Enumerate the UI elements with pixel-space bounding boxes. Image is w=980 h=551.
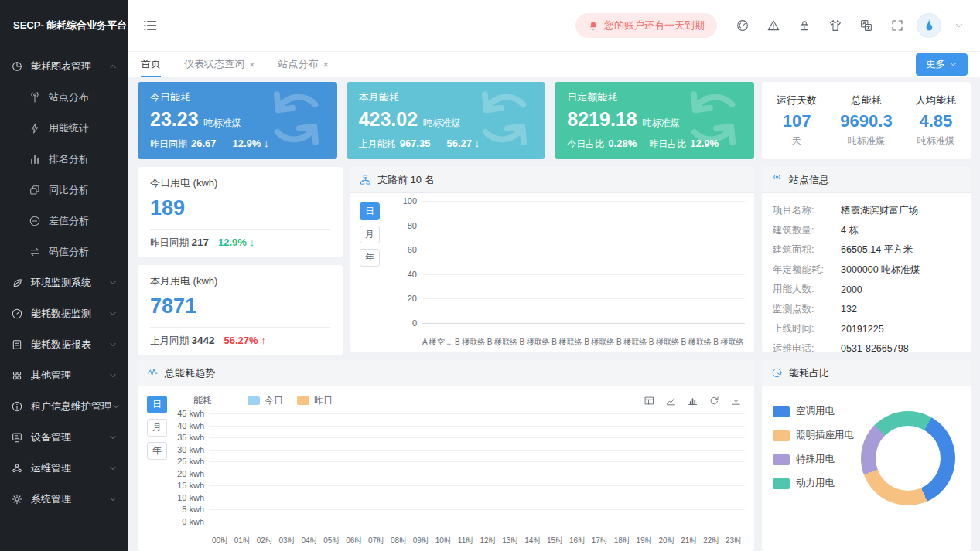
chevron-down-icon	[108, 309, 118, 318]
site-info-value: 132	[841, 304, 857, 315]
tab-label: 站点分布	[278, 57, 319, 71]
stat-foot-item: 昨日同期26.67	[150, 138, 217, 151]
trend-x-label: 11时	[455, 536, 477, 546]
chevron-up-icon	[108, 62, 118, 71]
usage-compare-label: 上月同期 3442	[150, 335, 215, 348]
sidebar-item[interactable]: 运维管理	[0, 453, 128, 484]
tab-仪表状态查询[interactable]: 仪表状态查询×	[184, 52, 255, 77]
sidebar-item[interactable]: 系统管理	[0, 484, 128, 515]
tab-首页[interactable]: 首页	[141, 52, 161, 77]
summary-label: 运行天数	[777, 94, 817, 107]
legend-label: 今日	[265, 394, 283, 407]
usage-panels: 今日用电 (kwh)189昨日同期 21712.9% ↓本月用电 (kwh)78…	[138, 167, 343, 352]
trend-panel-body: 日月年 能耗 今日昨日 45 kwh40 kwh35 kwh30 kwh25 k…	[138, 386, 754, 551]
header-icons	[736, 19, 904, 32]
tab-close-icon[interactable]: ×	[323, 59, 330, 70]
branch-range-button-年[interactable]: 年	[360, 249, 380, 267]
pie-legend-item-照明插座用电[interactable]: 照明插座用电	[773, 429, 854, 442]
sidebar-subitem[interactable]: 用能统计	[0, 113, 128, 144]
sidebar-subitem[interactable]: 差值分析	[0, 206, 128, 236]
legend-label: 昨日	[314, 394, 333, 407]
pie-legend-swatch	[773, 454, 790, 465]
sidebar-item[interactable]: 设备管理	[0, 422, 128, 453]
avatar[interactable]	[917, 13, 941, 38]
download-icon[interactable]	[730, 395, 742, 406]
warning-icon[interactable]	[767, 19, 780, 32]
tab-站点分布[interactable]: 站点分布×	[278, 52, 330, 77]
branch-range-button-月[interactable]: 月	[360, 226, 380, 243]
stat-card-unit: 吨标准煤	[204, 117, 241, 130]
sidebar-item-label: 系统管理	[31, 492, 71, 506]
tab-close-icon[interactable]: ×	[249, 59, 255, 70]
pie-legend-item-空调用电[interactable]: 空调用电	[773, 405, 854, 418]
legend-item-昨日[interactable]: 昨日	[297, 394, 333, 407]
stat-card: 今日能耗23.23吨标准煤昨日同期26.6712.9% ↓	[138, 82, 337, 159]
branch-range-button-日[interactable]: 日	[360, 202, 380, 220]
pie-legend-item-动力用电[interactable]: 动力用电	[773, 477, 854, 490]
sidebar-item[interactable]: 能耗图表管理	[0, 51, 128, 82]
collapse-menu-icon[interactable]	[142, 18, 158, 33]
trend-range-button-日[interactable]: 日	[147, 396, 167, 413]
app-root: SECP- 能耗综合业务平台 能耗图表管理站点分布用能统计排名分析同比分析差值分…	[0, 0, 980, 551]
trend-x-label: 06时	[343, 536, 365, 546]
usage-panel: 今日用电 (kwh)189昨日同期 21712.9% ↓	[138, 167, 343, 257]
sidebar-subitem[interactable]: 码值分析	[0, 236, 128, 267]
trend-x-label: 08时	[388, 536, 410, 546]
sidebar-item[interactable]: 租户信息维护管理	[0, 391, 128, 422]
trend-range-button-月[interactable]: 月	[147, 419, 167, 437]
lock-icon[interactable]	[797, 19, 811, 32]
chevron-down-icon	[108, 433, 118, 442]
trend-x-label: 23时	[722, 536, 745, 546]
report-icon	[11, 338, 24, 351]
info-icon	[11, 400, 24, 413]
locale-icon[interactable]	[859, 19, 873, 32]
y-tick-label: 35 kwh	[173, 433, 204, 442]
trend-x-label: 18时	[611, 536, 633, 546]
pulse-icon	[147, 367, 159, 379]
more-button[interactable]: 更多	[916, 53, 968, 76]
pie-legend-swatch	[773, 406, 790, 417]
summary-card: 运行天数107天总能耗9690.3吨标准煤人均能耗4.85吨标准煤	[762, 82, 971, 159]
branch-x-label: A 楼空 ...	[422, 337, 454, 348]
pie-legend-label: 照明插座用电	[796, 429, 854, 442]
theme-icon[interactable]	[828, 19, 842, 32]
bar-chart-icon[interactable]	[687, 395, 698, 406]
account-expiry-alert[interactable]: 您的账户还有一天到期	[575, 13, 717, 38]
user-menu-chevron-icon[interactable]	[954, 20, 965, 31]
row2: 今日用电 (kwh)189昨日同期 21712.9% ↓本月用电 (kwh)78…	[138, 167, 754, 352]
sidebar-subitem[interactable]: 同比分析	[0, 175, 128, 206]
stat-cards-row: 今日能耗23.23吨标准煤昨日同期26.6712.9% ↓本月能耗423.02吨…	[138, 82, 754, 159]
branch-x-labels: A 楼空 ...B 楼联络B 楼联络B 楼联络B 楼联络B 楼联络B 楼联络B …	[386, 337, 745, 348]
sidebar-subitem[interactable]: 排名分析	[0, 144, 128, 175]
legend-item-今日[interactable]: 今日	[248, 394, 283, 407]
sidebar-subitem-label: 差值分析	[49, 214, 89, 228]
site-info-row: 上线时间:20191225	[773, 319, 960, 339]
trend-range-button-年[interactable]: 年	[147, 442, 167, 460]
dashboard-icon[interactable]	[736, 19, 750, 32]
branch-panel-header: 支路前 10 名	[350, 167, 754, 193]
sidebar-subitem[interactable]: 站点分布	[0, 82, 128, 113]
site-info-value: 20191225	[841, 324, 884, 335]
fullscreen-icon[interactable]	[890, 19, 904, 32]
pie-legend-item-特殊用电[interactable]: 特殊用电	[773, 453, 854, 466]
trend-x-label: 13时	[499, 536, 521, 546]
monitor-icon	[11, 431, 24, 444]
trend-x-label: 17时	[589, 536, 611, 546]
line-chart-icon[interactable]	[665, 395, 677, 406]
sidebar-item[interactable]: 其他管理	[0, 360, 128, 391]
trend-x-label: 19时	[633, 536, 656, 546]
usage-title: 本月用电 (kwh)	[150, 274, 330, 288]
data-view-icon[interactable]	[644, 395, 655, 406]
refresh-icon[interactable]	[709, 395, 720, 406]
site-info-value: 栖霞湖滨财富广场	[841, 204, 918, 217]
site-info-label: 年定额能耗:	[773, 264, 841, 277]
sidebar-item[interactable]: 能耗数据监测	[0, 298, 128, 329]
usage-panel: 本月用电 (kwh)7871上月同期 344256.27% ↑	[138, 265, 343, 355]
y-tick-label: 20 kwh	[173, 469, 204, 478]
chevron-down-icon	[949, 60, 958, 69]
branch-x-label: B 楼联络	[518, 337, 551, 348]
sidebar-item[interactable]: 环境监测系统	[0, 267, 128, 298]
pie-chart-icon	[11, 60, 24, 73]
pie-panel-body: 空调用电照明插座用电特殊用电动力用电	[762, 386, 971, 513]
sidebar-item[interactable]: 能耗数据报表	[0, 329, 128, 360]
